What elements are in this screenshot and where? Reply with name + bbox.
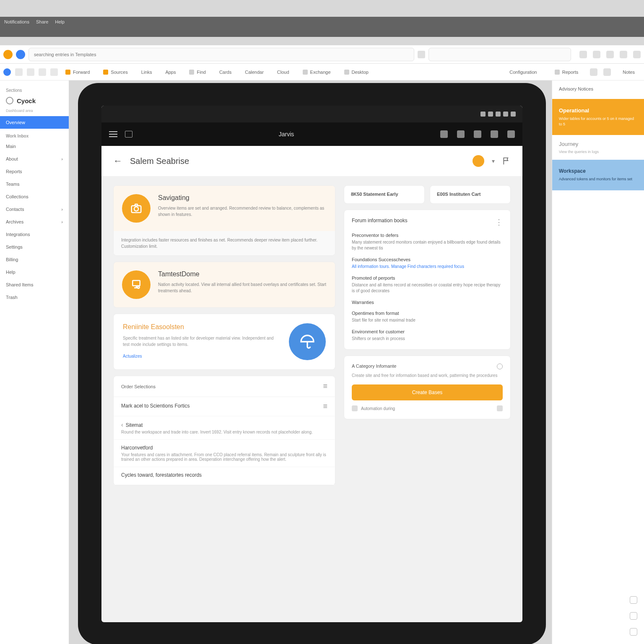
pin-icon[interactable]: [457, 130, 465, 138]
menu-item[interactable]: Share: [36, 19, 48, 24]
tab-cloud[interactable]: Cloud: [271, 67, 295, 77]
sidebar-item[interactable]: Help: [0, 266, 69, 278]
list-item[interactable]: Cycles toward, forestatortes records: [114, 467, 335, 485]
tab-desktop[interactable]: Desktop: [338, 67, 374, 77]
sidebar-item[interactable]: Collections: [0, 190, 69, 203]
chevron-down-icon[interactable]: ▾: [492, 158, 495, 164]
radio-icon[interactable]: [497, 364, 503, 369]
extension-icon[interactable]: [579, 51, 587, 58]
page-title: Salem Seabrise: [130, 156, 189, 166]
card-reniinite[interactable]: Reniinite Easoolsten Specific treatment …: [113, 314, 335, 370]
app-bar: Jarvis: [101, 122, 522, 146]
sidebar-item[interactable]: About›: [0, 153, 69, 165]
nav-back-icon[interactable]: [418, 51, 425, 58]
chat-icon[interactable]: [630, 612, 637, 620]
settings-icon[interactable]: [620, 51, 627, 58]
clipboard-icon[interactable]: [39, 68, 46, 76]
sidebar-brand[interactable]: Cyock: [0, 94, 69, 109]
reload-icon[interactable]: [15, 68, 23, 76]
more-icon[interactable]: [507, 130, 515, 138]
kebab-icon[interactable]: ≡: [323, 402, 327, 411]
create-button[interactable]: Create Bases: [352, 384, 503, 400]
tab-links[interactable]: Links: [135, 67, 158, 77]
window-icon[interactable]: [125, 131, 132, 138]
profile-icon[interactable]: [16, 50, 25, 59]
tab-icon: [189, 70, 194, 75]
sidebar-item[interactable]: Trash: [0, 291, 69, 304]
sidebar-item[interactable]: Integrations: [0, 228, 69, 241]
stat-chip[interactable]: 8K50 Statement Early: [344, 185, 425, 204]
tab-find[interactable]: Find: [183, 67, 211, 77]
svg-point-1: [134, 207, 138, 211]
menu-item[interactable]: Help: [55, 19, 65, 24]
sidebar-item[interactable]: Settings: [0, 241, 69, 253]
info-link[interactable]: All information tours. Manage Find chara…: [352, 264, 503, 270]
list-item[interactable]: HarconvetfordYour features and cares in …: [114, 440, 335, 467]
box-icon: [122, 270, 151, 299]
tab-sources[interactable]: Sources: [97, 67, 133, 77]
battery-icon: [511, 112, 516, 117]
right-panel: Advisory Notices Operational Wider table…: [552, 80, 644, 644]
address-input[interactable]: [29, 48, 414, 61]
kebab-icon[interactable]: ⋮: [495, 218, 503, 227]
flag-icon[interactable]: [502, 157, 511, 165]
bluetooth-icon: [496, 112, 501, 117]
card-title: Savigating: [158, 194, 327, 202]
expand-icon[interactable]: [630, 628, 637, 636]
sidebar-item[interactable]: Archives›: [0, 216, 69, 228]
grid-icon[interactable]: [491, 130, 498, 138]
search-secondary-input[interactable]: [428, 48, 571, 61]
tab-icon: [303, 70, 308, 75]
user-icon[interactable]: [633, 51, 641, 58]
rp-heading: Advisory Notices: [559, 86, 637, 91]
home-icon[interactable]: [3, 68, 11, 76]
tab-notes[interactable]: Notes: [617, 67, 641, 77]
sidebar-item[interactable]: Teams: [0, 178, 69, 190]
notification-badge[interactable]: [473, 155, 484, 167]
rp-history[interactable]: Journey View the queries in logs: [552, 135, 644, 160]
share-icon[interactable]: [497, 405, 503, 411]
cta-card: A Category Infomante Create site and fre…: [344, 356, 511, 419]
menu-bar: Notifications Share Help: [4, 17, 65, 27]
rp-accent-card[interactable]: Operational Wider tables for accounts or…: [552, 99, 644, 135]
download-icon[interactable]: [630, 596, 637, 604]
info-icon[interactable]: [603, 68, 611, 76]
history-icon[interactable]: [50, 68, 58, 76]
app-title: Jarvis: [140, 131, 433, 138]
stat-chip[interactable]: E00S Instituten Cart: [430, 185, 511, 204]
kebab-icon[interactable]: ≡: [323, 382, 327, 391]
sidebar-item[interactable]: Reports: [0, 165, 69, 178]
card-savigating[interactable]: Savigating Overview items are set and ar…: [113, 185, 335, 256]
alert-icon[interactable]: [606, 51, 614, 58]
tab-configuration[interactable]: Configuration: [504, 67, 543, 77]
sidebar-item[interactable]: Billing: [0, 253, 69, 266]
bookmark-icon[interactable]: [593, 51, 600, 58]
sidebar-item[interactable]: Shared Items: [0, 278, 69, 291]
rp-blue-card[interactable]: Workspace Advanced tokens and monitors f…: [552, 160, 644, 190]
svg-rect-2: [132, 280, 140, 286]
sidebar-item-overview[interactable]: Overview: [0, 116, 69, 129]
user-icon[interactable]: [440, 130, 448, 138]
hamburger-icon[interactable]: [109, 134, 117, 135]
tab-forward[interactable]: Forward: [60, 67, 96, 77]
tab-reports[interactable]: Reports: [549, 67, 584, 77]
list-item[interactable]: ‹Sitemat Round the workspace and trade i…: [114, 416, 335, 440]
card-tamtestdome[interactable]: TamtestDome Nation activity located. Vie…: [113, 262, 335, 308]
left-sidebar: Sections Cyock Dashboard area Overview W…: [0, 80, 69, 644]
sidebar-item[interactable]: Contacts›: [0, 203, 69, 216]
folder-icon[interactable]: [27, 68, 34, 76]
tab-calendar[interactable]: Calendar: [239, 67, 270, 77]
battery-icon: [503, 112, 508, 117]
url-bar: [0, 45, 644, 64]
menu-item[interactable]: Notifications: [4, 19, 29, 24]
info-link[interactable]: Warranties: [352, 300, 503, 305]
card-link[interactable]: Actualizes: [123, 354, 142, 358]
tab-apps[interactable]: Apps: [159, 67, 182, 77]
bell-icon[interactable]: [590, 68, 597, 76]
tab-cards[interactable]: Cards: [213, 67, 237, 77]
sidebar-item[interactable]: Main: [0, 140, 69, 153]
trash-icon[interactable]: [474, 130, 481, 138]
back-arrow-icon[interactable]: ←: [113, 156, 122, 166]
tab-exchange[interactable]: Exchange: [297, 67, 337, 77]
list-item[interactable]: Mark acel to Scientions Fortics ≡: [114, 397, 335, 416]
